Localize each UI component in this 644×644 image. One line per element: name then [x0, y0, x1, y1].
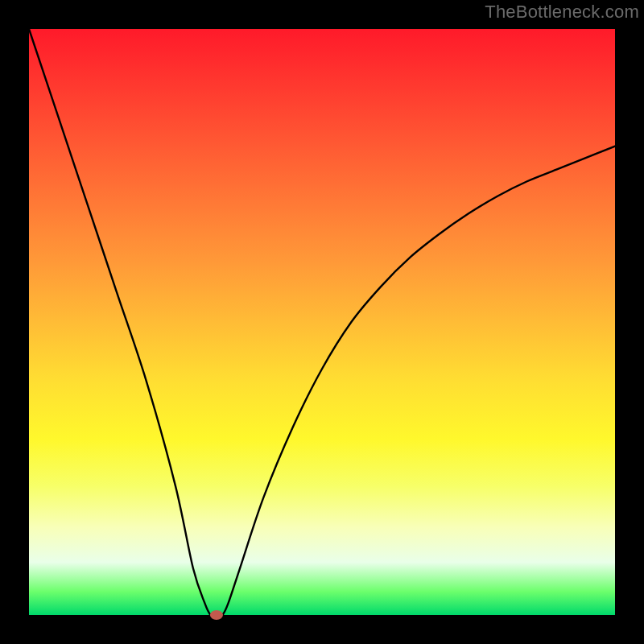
chart-frame: TheBottleneck.com: [0, 0, 644, 644]
min-marker: [210, 610, 223, 620]
chart-svg: [29, 29, 615, 615]
watermark-text: TheBottleneck.com: [485, 2, 639, 23]
bottleneck-curve: [29, 29, 615, 616]
plot-area: [29, 29, 615, 615]
